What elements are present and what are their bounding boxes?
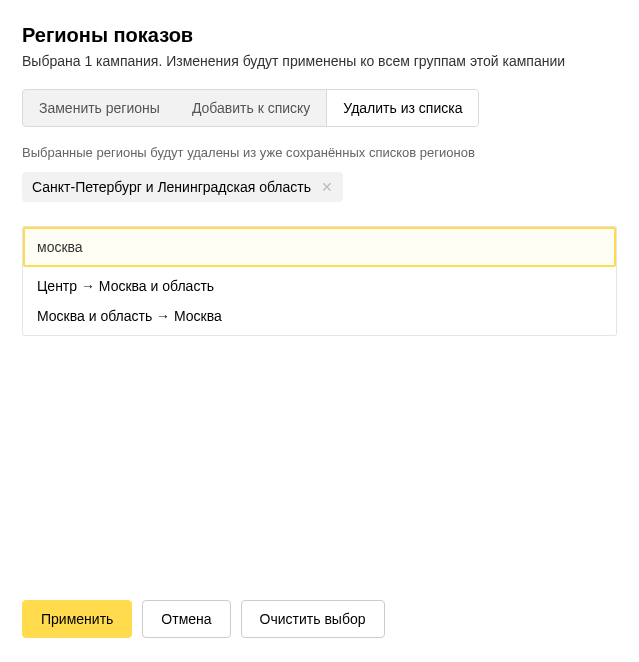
close-icon[interactable]: ✕ (321, 180, 333, 194)
tab-replace-regions[interactable]: Заменить регионы (23, 90, 176, 126)
suggestion-list: Центр → Москва и область Москва и област… (23, 267, 616, 335)
cancel-button[interactable]: Отмена (142, 600, 230, 638)
mode-tabs: Заменить регионы Добавить к списку Удали… (22, 89, 479, 127)
region-search: Центр → Москва и область Москва и област… (22, 226, 617, 336)
page-title: Регионы показов (22, 24, 617, 47)
region-chip-label: Санкт-Петербург и Ленинградская область (32, 179, 311, 195)
tab-add-to-list[interactable]: Добавить к списку (176, 90, 326, 126)
apply-button[interactable]: Применить (22, 600, 132, 638)
selected-regions: Санкт-Петербург и Ленинградская область … (22, 172, 617, 202)
mode-hint: Выбранные регионы будут удалены из уже с… (22, 145, 617, 160)
tab-remove-from-list[interactable]: Удалить из списка (326, 89, 478, 127)
suggestion-item[interactable]: Москва и область → Москва (23, 301, 616, 331)
clear-selection-button[interactable]: Очистить выбор (241, 600, 385, 638)
suggestion-item[interactable]: Центр → Москва и область (23, 271, 616, 301)
page-subtitle: Выбрана 1 кампания. Изменения будут прим… (22, 53, 617, 69)
dialog-footer: Применить Отмена Очистить выбор (22, 600, 617, 638)
region-chip: Санкт-Петербург и Ленинградская область … (22, 172, 343, 202)
region-search-input[interactable] (23, 227, 616, 267)
